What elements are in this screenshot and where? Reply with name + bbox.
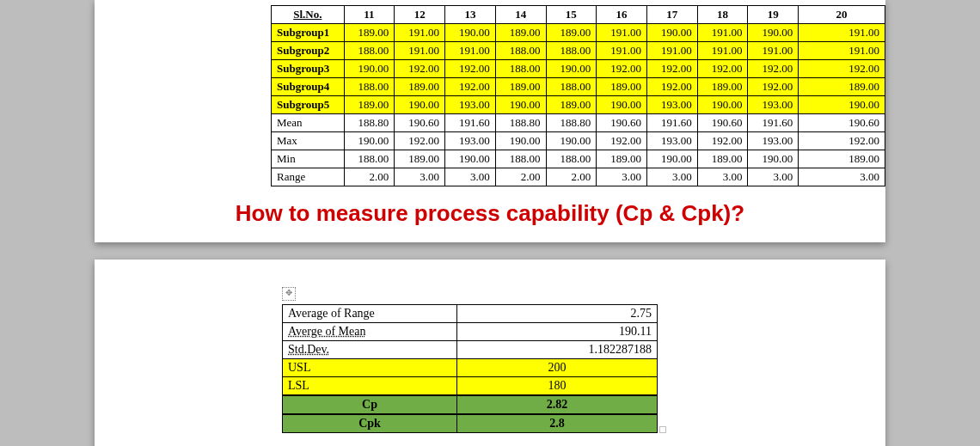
col-header: 16 [597,6,647,24]
data-cell: 3.00 [395,168,445,186]
data-cell: 189.00 [395,78,445,96]
data-cell: 190.00 [597,96,647,114]
table-row: Max190.00192.00193.00190.00190.00192.001… [272,132,885,150]
data-cell: 191.00 [597,42,647,60]
data-cell: 190.00 [495,132,546,150]
data-cell: 192.00 [597,132,647,150]
col-header: 18 [697,6,748,24]
data-cell: 190.60 [697,114,748,132]
col-header: 20 [799,6,885,24]
results-row: Average of Range2.75 [283,305,658,323]
data-cell: 192.00 [395,60,445,78]
data-cell: 192.00 [748,78,799,96]
data-cell: 190.60 [395,114,445,132]
data-cell: 191.00 [799,24,885,42]
data-cell: 191.60 [445,114,496,132]
data-cell: 190.60 [597,114,647,132]
data-cell: 193.00 [646,132,697,150]
data-cell: 188.00 [344,78,395,96]
data-cell: 3.00 [646,168,697,186]
row-label: Subgroup2 [272,42,345,60]
results-row: Std.Dev.1.182287188 [283,341,658,359]
data-cell: 190.00 [395,96,445,114]
data-cell: 191.60 [646,114,697,132]
results-wrap: ✥ Average of Range2.75Averge of Mean190.… [282,285,885,433]
subgroup-data-table: Sl.No.11121314151617181920 Subgroup1189.… [271,5,885,186]
data-cell: 192.00 [646,78,697,96]
results-row: USL200 [283,359,658,377]
data-cell: 189.00 [395,150,445,168]
col-header: 11 [344,6,395,24]
table-row: Range2.003.003.002.002.003.003.003.003.0… [272,168,885,186]
results-value: 1.182287188 [457,341,658,359]
data-cell: 193.00 [646,96,697,114]
data-cell: 189.00 [597,78,647,96]
results-label: Average of Range [283,305,457,323]
row-label: Min [272,150,345,168]
table-row: Subgroup1189.00191.00190.00189.00189.001… [272,24,885,42]
data-cell: 192.00 [646,60,697,78]
table-resize-handle-icon[interactable] [659,426,666,433]
results-label: Std.Dev. [283,341,457,359]
data-cell: 193.00 [748,96,799,114]
data-cell: 192.00 [748,60,799,78]
data-cell: 192.00 [799,60,885,78]
results-row: LSL180 [283,377,658,396]
data-cell: 189.00 [495,78,546,96]
data-cell: 191.00 [697,42,748,60]
row-label: Mean [272,114,345,132]
data-cell: 193.00 [748,132,799,150]
page-2: ✥ Average of Range2.75Averge of Mean190.… [95,260,885,446]
results-value: 2.82 [457,395,658,414]
data-cell: 190.00 [748,24,799,42]
data-cell: 190.60 [799,114,885,132]
data-cell: 188.80 [546,114,597,132]
col-header: 15 [546,6,597,24]
data-cell: 2.00 [546,168,597,186]
col-header: 14 [495,6,546,24]
table-row: Subgroup4188.00189.00192.00189.00188.001… [272,78,885,96]
results-table: Average of Range2.75Averge of Mean190.11… [282,304,658,433]
data-cell: 192.00 [597,60,647,78]
table-move-handle-icon[interactable]: ✥ [282,287,296,301]
results-row: Cp2.82 [283,395,658,414]
data-cell: 193.00 [445,132,496,150]
results-value: 2.8 [457,414,658,433]
data-cell: 190.00 [546,132,597,150]
col-header: 12 [395,6,445,24]
data-cell: 188.00 [495,60,546,78]
row-label: Max [272,132,345,150]
data-cell: 188.00 [344,150,395,168]
data-cell: 189.00 [344,96,395,114]
data-cell: 191.00 [395,42,445,60]
table-row: Mean188.80190.60191.60188.80188.80190.60… [272,114,885,132]
data-cell: 189.00 [597,150,647,168]
data-cell: 189.00 [697,78,748,96]
results-row: Averge of Mean190.11 [283,323,658,341]
results-row: Cpk2.8 [283,414,658,433]
row-label: Subgroup4 [272,78,345,96]
data-cell: 190.00 [546,60,597,78]
col-header: 13 [445,6,496,24]
data-cell: 188.80 [344,114,395,132]
data-cell: 189.00 [799,150,885,168]
table-row: Min188.00189.00190.00188.00188.00189.001… [272,150,885,168]
data-cell: 189.00 [546,24,597,42]
results-label: Cpk [283,414,457,433]
data-cell: 190.00 [344,132,395,150]
data-cell: 191.00 [646,42,697,60]
table-row: Subgroup3190.00192.00192.00188.00190.001… [272,60,885,78]
data-cell: 3.00 [445,168,496,186]
table-header-row: Sl.No.11121314151617181920 [272,6,885,24]
data-cell: 189.00 [697,150,748,168]
data-cell: 190.00 [445,150,496,168]
data-cell: 189.00 [546,96,597,114]
data-cell: 189.00 [799,78,885,96]
data-cell: 3.00 [748,168,799,186]
data-cell: 188.00 [546,150,597,168]
data-cell: 188.00 [546,42,597,60]
results-label: Cp [283,395,457,414]
data-cell: 192.00 [395,132,445,150]
data-cell: 189.00 [344,24,395,42]
data-cell: 192.00 [445,78,496,96]
